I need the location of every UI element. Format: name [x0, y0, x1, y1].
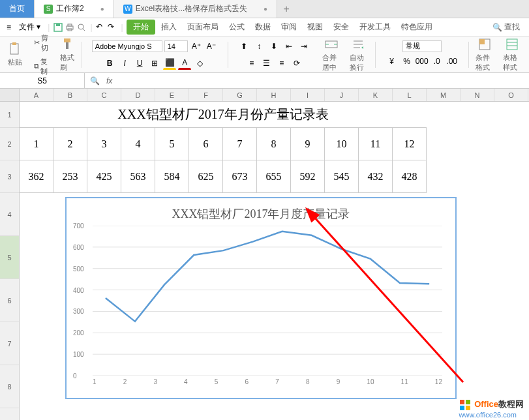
percent-button[interactable]: % [401, 55, 414, 68]
ribbon-tab-formula[interactable]: 公式 [224, 20, 249, 34]
indent-left-button[interactable]: ⇤ [282, 40, 295, 53]
row-header[interactable]: 7 [0, 322, 19, 365]
cell[interactable]: 5 [155, 128, 189, 160]
fx-icon[interactable]: fx [106, 76, 112, 85]
chart-object[interactable]: XXX铝型材厂2017年月度产量记录 010020030040050060070… [65, 197, 457, 399]
ribbon-tab-security[interactable]: 安全 [329, 20, 354, 34]
orientation-button[interactable]: ⟳ [290, 57, 303, 70]
wrap-text-button[interactable]: 自动换行 [346, 36, 372, 74]
cut-button[interactable]: ✂剪切 [31, 32, 51, 54]
ribbon-tab-view[interactable]: 视图 [303, 20, 327, 34]
table-style-button[interactable]: 表格样式 [499, 36, 525, 74]
decrease-decimal-button[interactable]: .00 [446, 55, 459, 68]
italic-button[interactable]: I [118, 57, 131, 70]
font-size-select[interactable] [164, 40, 188, 52]
align-top-button[interactable]: ⬆ [237, 40, 250, 53]
row-header[interactable]: 8 [0, 365, 19, 408]
cell[interactable]: 2 [53, 128, 87, 160]
col-header[interactable]: N [461, 89, 494, 101]
row-header[interactable]: 4 [0, 193, 19, 236]
cell[interactable]: 8 [257, 128, 291, 160]
col-header[interactable]: A [20, 89, 53, 101]
cell[interactable]: 6 [189, 128, 223, 160]
cell[interactable]: 362 [20, 160, 53, 192]
tab-document[interactable]: W Excel表格技...格保存后格式丢失 ● [114, 0, 277, 18]
col-header[interactable]: E [155, 89, 189, 101]
cell[interactable]: 7 [223, 128, 257, 160]
undo-icon[interactable]: ↶ [96, 22, 106, 33]
cell[interactable]: 1 [20, 128, 53, 160]
col-header[interactable]: I [291, 89, 325, 101]
select-all-corner[interactable] [0, 89, 20, 101]
preview-icon[interactable] [76, 22, 87, 33]
cell[interactable]: 12 [393, 128, 427, 160]
align-bottom-button[interactable]: ⬇ [267, 40, 280, 53]
cell[interactable]: 584 [155, 160, 189, 192]
cell[interactable]: 4 [121, 128, 155, 160]
col-header[interactable]: L [393, 89, 427, 101]
ribbon-tab-dev[interactable]: 开发工具 [355, 20, 395, 34]
tab-workbook[interactable]: S 工作簿2 ● [35, 0, 114, 18]
cell[interactable]: 625 [189, 160, 223, 192]
magnify-icon[interactable]: 🔍 [90, 76, 100, 85]
cell[interactable]: 9 [291, 128, 325, 160]
border-button[interactable]: ⊞ [148, 57, 161, 70]
ribbon-tab-review[interactable]: 审阅 [277, 20, 301, 34]
cell[interactable]: 545 [325, 160, 359, 192]
cell[interactable]: 11 [359, 128, 393, 160]
chart-title[interactable]: XXX铝型材厂2017年月度产量记录 [67, 198, 455, 226]
cell[interactable]: 432 [359, 160, 393, 192]
increase-font-button[interactable]: A⁺ [190, 40, 203, 53]
col-header[interactable]: J [325, 89, 359, 101]
hamburger-icon[interactable]: ≡ [4, 22, 14, 33]
cell[interactable]: 3 [87, 128, 121, 160]
merge-center-button[interactable]: 合并居中 [318, 36, 344, 74]
col-header[interactable]: G [223, 89, 257, 101]
cell[interactable]: 592 [291, 160, 325, 192]
add-tab-button[interactable]: + [277, 0, 295, 18]
cell[interactable]: 673 [223, 160, 257, 192]
col-header[interactable]: D [121, 89, 155, 101]
name-box[interactable]: S5 [0, 73, 85, 88]
row-header[interactable]: 6 [0, 279, 19, 322]
cell[interactable]: 425 [87, 160, 121, 192]
underline-button[interactable]: U [133, 57, 146, 70]
ribbon-tab-start[interactable]: 开始 [127, 20, 155, 35]
cell[interactable]: 428 [393, 160, 427, 192]
font-color-button[interactable]: A [178, 57, 191, 70]
currency-button[interactable]: ¥ [385, 55, 399, 68]
col-header[interactable]: H [257, 89, 291, 101]
row-header[interactable]: 1 [0, 102, 19, 128]
paste-button[interactable]: 粘贴 [4, 40, 26, 68]
col-header[interactable]: B [53, 89, 87, 101]
comma-button[interactable]: 000 [416, 55, 429, 68]
align-left-button[interactable]: ≡ [245, 57, 258, 70]
ribbon-tab-feature[interactable]: 特色应用 [397, 20, 437, 34]
redo-icon[interactable]: ↷ [108, 22, 118, 33]
search-button[interactable]: 🔍 查找 [487, 20, 525, 34]
clear-format-button[interactable]: ◇ [193, 57, 206, 70]
cell[interactable]: 253 [53, 160, 87, 192]
cell[interactable]: 10 [325, 128, 359, 160]
align-middle-button[interactable]: ↕ [252, 40, 265, 53]
align-center-button[interactable]: ☰ [260, 57, 273, 70]
increase-decimal-button[interactable]: .0 [431, 55, 444, 68]
font-name-select[interactable] [92, 40, 162, 52]
col-header[interactable]: F [189, 89, 223, 101]
indent-right-button[interactable]: ⇥ [297, 40, 310, 53]
sheet-title-cell[interactable]: XXX铝型材厂2017年月份产量记录表 [20, 102, 427, 128]
print-icon[interactable] [65, 22, 75, 33]
cell[interactable]: 563 [121, 160, 155, 192]
col-header[interactable]: K [359, 89, 393, 101]
bold-button[interactable]: B [103, 57, 116, 70]
align-right-button[interactable]: ≡ [275, 57, 288, 70]
cell-grid[interactable]: XXX铝型材厂2017年月份产量记录表 1 2 3 4 5 6 7 8 9 10… [20, 102, 529, 420]
row-header[interactable]: 2 [0, 128, 19, 160]
format-painter-button[interactable]: 格式刷 [56, 36, 78, 74]
ribbon-tab-layout[interactable]: 页面布局 [183, 20, 223, 34]
row-header[interactable]: 5 [0, 236, 19, 279]
row-header[interactable]: 3 [0, 160, 19, 193]
col-header[interactable]: M [427, 89, 461, 101]
ribbon-tab-insert[interactable]: 插入 [157, 20, 181, 34]
decrease-font-button[interactable]: A⁻ [205, 40, 218, 53]
